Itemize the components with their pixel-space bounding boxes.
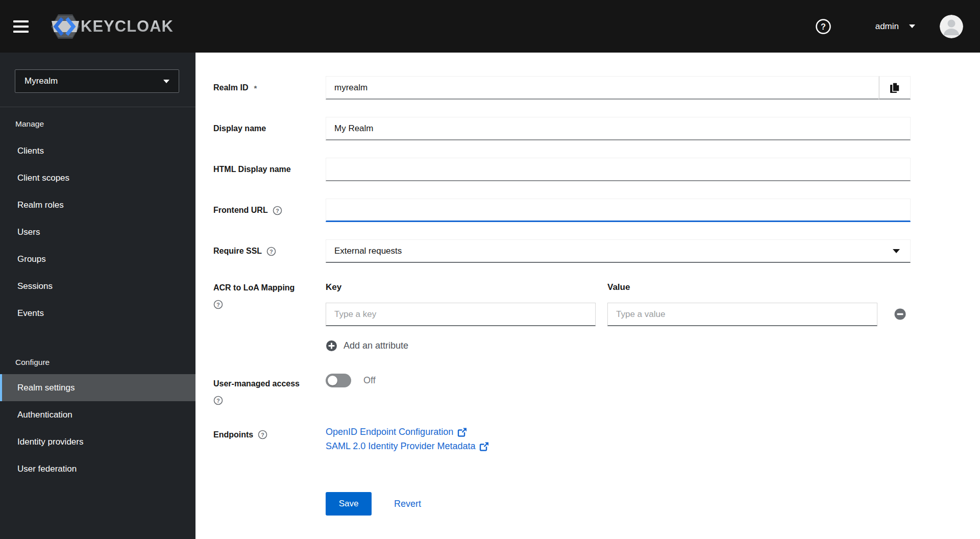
realm-id-row: Realm ID * (213, 76, 911, 100)
chevron-down-icon (163, 80, 169, 83)
plus-circle-icon (326, 340, 337, 352)
help-icon[interactable]: ? (815, 18, 831, 35)
nav-section-configure: Configure (15, 357, 195, 368)
realm-selector[interactable]: Myrealm (15, 69, 179, 93)
sidebar-item-client-scopes[interactable]: Client scopes (0, 164, 195, 191)
svg-text:?: ? (216, 302, 219, 308)
keycloak-logo-mark (51, 13, 80, 40)
save-button[interactable]: Save (326, 492, 372, 516)
svg-text:?: ? (261, 432, 264, 438)
sidebar: Myrealm Manage Clients Client scopes Rea… (0, 53, 195, 539)
acr-key-input[interactable] (326, 303, 596, 326)
saml-identity-provider-metadata-link[interactable]: SAML 2.0 Identity Provider Metadata (326, 441, 489, 452)
external-link-icon (479, 442, 489, 451)
sidebar-item-sessions[interactable]: Sessions (0, 273, 195, 300)
require-ssl-selected-value: External requests (334, 246, 402, 256)
svg-text:?: ? (216, 398, 219, 404)
sidebar-item-realm-roles[interactable]: Realm roles (0, 191, 195, 218)
nav-section-manage: Manage (15, 118, 195, 130)
realm-selector-value: Myrealm (24, 76, 58, 86)
help-icon[interactable]: ? (213, 300, 223, 309)
realm-id-input[interactable] (326, 76, 879, 100)
realm-settings-form: Realm ID * Display name (195, 53, 980, 539)
copy-button[interactable] (879, 76, 911, 100)
svg-text:?: ? (276, 207, 279, 213)
keycloak-logo: KEYCLOAK (51, 13, 174, 40)
manage-nav-list: Clients Client scopes Realm roles Users … (0, 137, 195, 327)
html-display-name-label: HTML Display name (213, 165, 326, 174)
frontend-url-input[interactable] (326, 199, 911, 222)
help-icon[interactable]: ? (266, 247, 276, 256)
sidebar-item-events[interactable]: Events (0, 300, 195, 327)
svg-text:?: ? (270, 248, 273, 254)
required-indicator: * (254, 84, 257, 92)
add-attribute-label: Add an attribute (344, 340, 408, 351)
toggle-knob (328, 376, 337, 385)
sidebar-item-authentication[interactable]: Authentication (0, 401, 195, 428)
masthead: KEYCLOAK ? admin (0, 0, 980, 53)
remove-attribute-button[interactable] (894, 308, 906, 321)
acr-value-header: Value (607, 282, 877, 292)
display-name-label: Display name (213, 124, 326, 133)
avatar[interactable] (940, 15, 963, 38)
frontend-url-row: Frontend URL ? (213, 199, 911, 222)
require-ssl-row: Require SSL ? External requests (213, 239, 911, 263)
acr-value-input[interactable] (607, 303, 877, 326)
minus-circle-icon (894, 308, 906, 321)
require-ssl-label: Require SSL ? (213, 247, 326, 256)
sidebar-item-user-federation[interactable]: User federation (0, 455, 195, 482)
user-managed-access-toggle[interactable] (326, 374, 351, 387)
sidebar-item-identity-providers[interactable]: Identity providers (0, 428, 195, 455)
svg-text:?: ? (821, 22, 826, 31)
sidebar-item-realm-settings[interactable]: Realm settings (0, 374, 195, 401)
openid-endpoint-configuration-link[interactable]: OpenID Endpoint Configuration (326, 427, 467, 437)
sidebar-item-clients[interactable]: Clients (0, 137, 195, 164)
html-display-name-row: HTML Display name (213, 158, 911, 181)
user-menu-dropdown[interactable]: admin (875, 21, 915, 32)
endpoints-label: Endpoints ? (213, 430, 326, 439)
display-name-input[interactable] (326, 117, 911, 140)
user-managed-access-row: User-managed access ? Off (213, 376, 911, 407)
configure-nav-list: Realm settings Authentication Identity p… (0, 374, 195, 482)
user-managed-access-label: User-managed access (213, 379, 326, 388)
help-icon[interactable]: ? (273, 206, 282, 215)
copy-icon (889, 82, 900, 94)
help-icon[interactable]: ? (258, 430, 267, 439)
endpoints-row: Endpoints ? OpenID Endpoint Configuratio… (213, 429, 911, 452)
form-actions: Save Revert (213, 492, 911, 516)
help-icon[interactable]: ? (213, 396, 223, 405)
realm-id-label: Realm ID * (213, 83, 326, 92)
hamburger-menu-icon[interactable] (13, 18, 34, 35)
require-ssl-select[interactable]: External requests (326, 239, 911, 263)
sidebar-item-groups[interactable]: Groups (0, 246, 195, 273)
brand-name: KEYCLOAK (81, 17, 174, 36)
html-display-name-input[interactable] (326, 158, 911, 181)
acr-key-header: Key (326, 282, 596, 292)
revert-button[interactable]: Revert (394, 499, 421, 509)
username: admin (875, 21, 899, 32)
acr-loa-mapping-row: ACR to LoA Mapping ? Key Value (213, 282, 911, 352)
sidebar-item-users[interactable]: Users (0, 218, 195, 246)
toggle-state-label: Off (363, 375, 376, 386)
sidebar-divider (0, 107, 195, 107)
frontend-url-label: Frontend URL ? (213, 206, 326, 215)
chevron-down-icon (909, 24, 915, 28)
add-attribute-button[interactable]: Add an attribute (326, 340, 408, 352)
display-name-row: Display name (213, 117, 911, 140)
external-link-icon (457, 427, 467, 437)
acr-loa-mapping-label: ACR to LoA Mapping (213, 283, 326, 292)
chevron-down-icon (893, 249, 900, 253)
